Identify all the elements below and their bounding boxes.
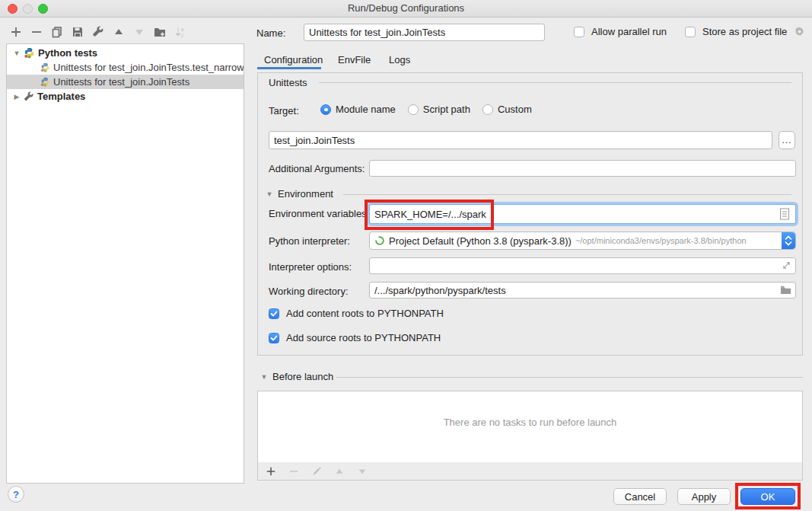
remove-icon[interactable] xyxy=(30,25,43,39)
environment-variables-label: Environment variables: xyxy=(269,208,369,219)
python-interpreter-select[interactable]: Project Default (Python 3.8 (pyspark-3.8… xyxy=(369,232,796,250)
remove-icon[interactable] xyxy=(287,465,301,478)
target-radio-group: Module name Script path Custom xyxy=(320,104,532,115)
title-bar: Run/Debug Configurations xyxy=(0,0,812,18)
move-down-icon[interactable] xyxy=(355,465,369,478)
python-test-icon xyxy=(40,77,50,87)
expand-arrow-icon[interactable] xyxy=(13,93,21,101)
dropdown-stepper-icon[interactable] xyxy=(782,232,795,249)
browse-button[interactable]: ... xyxy=(779,131,795,149)
radio-label: Script path xyxy=(423,104,470,115)
environment-section-title: Environment xyxy=(278,188,333,200)
ok-button[interactable]: OK xyxy=(740,488,795,505)
radio-script-path[interactable]: Script path xyxy=(408,104,470,115)
allow-parallel-run-row: Allow parallel run xyxy=(574,26,667,37)
add-icon[interactable] xyxy=(264,465,278,478)
tree-item-templates[interactable]: Templates xyxy=(7,89,244,104)
additional-arguments-input[interactable] xyxy=(369,160,796,177)
environment-collapse-icon[interactable] xyxy=(266,190,273,198)
before-launch-title: Before launch xyxy=(272,371,333,382)
radio-dot xyxy=(320,104,331,115)
configurations-toolbar: az xyxy=(9,23,187,41)
window-title: Run/Debug Configurations xyxy=(0,2,812,14)
radio-module-name[interactable]: Module name xyxy=(320,104,396,115)
sort-alphabetically-icon[interactable]: az xyxy=(174,25,187,39)
radio-custom[interactable]: Custom xyxy=(482,104,532,115)
python-tests-icon xyxy=(24,47,35,59)
tab-envfile[interactable]: EnvFile xyxy=(338,54,371,65)
configurations-tree: Python tests Unittests for test_join.Joi… xyxy=(6,43,244,484)
run-debug-configurations-dialog: Run/Debug Configurations az Pyth xyxy=(0,0,812,511)
python-interpreter-value: Project Default (Python 3.8 (pyspark-3.8… xyxy=(389,235,572,247)
apply-button[interactable]: Apply xyxy=(677,488,731,505)
tree-item-label: Templates xyxy=(37,91,85,102)
before-launch-task-list: There are no tasks to run before launch xyxy=(257,391,803,463)
before-launch-collapse-icon[interactable] xyxy=(260,373,268,381)
environment-divider xyxy=(343,194,791,195)
tree-item-label: Python tests xyxy=(38,47,97,59)
save-icon[interactable] xyxy=(71,25,84,39)
environment-variables-input[interactable] xyxy=(369,204,796,224)
edit-icon[interactable] xyxy=(310,465,323,478)
tree-item-python-tests[interactable]: Python tests xyxy=(7,46,244,60)
interpreter-options-input[interactable] xyxy=(369,257,796,274)
store-as-project-file-checkbox[interactable] xyxy=(685,27,696,37)
allow-parallel-run-label: Allow parallel run xyxy=(591,26,667,37)
virtualenv-icon xyxy=(374,235,385,246)
tree-item-unittests-test-narrow[interactable]: Unittests for test_join.JoinTests.test_n… xyxy=(7,60,244,75)
radio-dot xyxy=(482,104,493,115)
tree-item-label: Unittests for test_join.JoinTests xyxy=(53,76,189,88)
copy-icon[interactable] xyxy=(50,25,64,39)
group-divider xyxy=(319,82,791,83)
move-down-icon[interactable] xyxy=(132,25,146,39)
move-up-icon[interactable] xyxy=(112,25,126,39)
unittests-group-title: Unittests xyxy=(269,77,307,88)
move-up-icon[interactable] xyxy=(333,465,346,478)
edit-templates-wrench-icon[interactable] xyxy=(91,25,105,39)
add-source-roots-checkbox[interactable] xyxy=(269,333,279,343)
before-launch-toolbar xyxy=(257,462,803,481)
radio-dot xyxy=(408,104,419,115)
svg-text:a: a xyxy=(181,27,184,32)
add-source-roots-label: Add source roots to PYTHONPATH xyxy=(286,332,441,343)
store-as-project-file-label: Store as project file xyxy=(702,26,787,37)
allow-parallel-run-checkbox[interactable] xyxy=(574,27,584,37)
add-content-roots-checkbox[interactable] xyxy=(269,308,279,319)
tab-logs[interactable]: Logs xyxy=(389,54,410,65)
radio-label: Custom xyxy=(498,104,532,115)
settings-gear-icon[interactable] xyxy=(794,26,805,37)
cancel-button[interactable]: Cancel xyxy=(613,488,667,505)
tab-configuration[interactable]: Configuration xyxy=(264,54,323,65)
expand-field-icon[interactable] xyxy=(782,260,791,270)
configuration-panel: Unittests Target: Module name Script pat… xyxy=(257,72,803,356)
additional-arguments-label: Additional Arguments: xyxy=(269,163,365,174)
edit-variables-icon[interactable] xyxy=(779,208,790,220)
tree-item-unittests-jointests-selected[interactable]: Unittests for test_join.JoinTests xyxy=(7,75,244,89)
radio-label: Module name xyxy=(336,104,396,115)
new-folder-icon[interactable] xyxy=(153,25,167,39)
tree-item-label: Unittests for test_join.JoinTests.test_n… xyxy=(53,62,244,73)
add-source-roots-row: Add source roots to PYTHONPATH xyxy=(269,332,441,343)
templates-wrench-icon xyxy=(24,91,34,102)
help-button[interactable]: ? xyxy=(8,486,24,503)
module-name-input[interactable] xyxy=(269,131,772,149)
name-label: Name: xyxy=(256,27,285,39)
add-icon[interactable] xyxy=(9,25,23,39)
python-interpreter-path: ~/opt/miniconda3/envs/pyspark-3.8/bin/py… xyxy=(575,236,747,245)
store-as-project-file-row: Store as project file xyxy=(685,26,805,37)
python-interpreter-label: Python interpreter: xyxy=(269,235,350,247)
active-tab-indicator xyxy=(257,67,321,69)
before-launch-divider xyxy=(336,377,803,378)
working-directory-label: Working directory: xyxy=(269,286,349,297)
before-launch-empty-message: There are no tasks to run before launch xyxy=(258,417,802,428)
name-input[interactable] xyxy=(304,24,545,41)
python-test-icon xyxy=(40,62,50,72)
add-content-roots-row: Add content roots to PYTHONPATH xyxy=(269,308,444,319)
working-directory-input[interactable] xyxy=(369,282,796,299)
interpreter-options-label: Interpreter options: xyxy=(269,261,352,273)
svg-text:z: z xyxy=(181,33,183,38)
add-content-roots-label: Add content roots to PYTHONPATH xyxy=(286,308,444,319)
target-label: Target: xyxy=(269,105,299,117)
folder-icon[interactable] xyxy=(780,285,791,295)
collapse-arrow-icon[interactable] xyxy=(13,50,21,57)
